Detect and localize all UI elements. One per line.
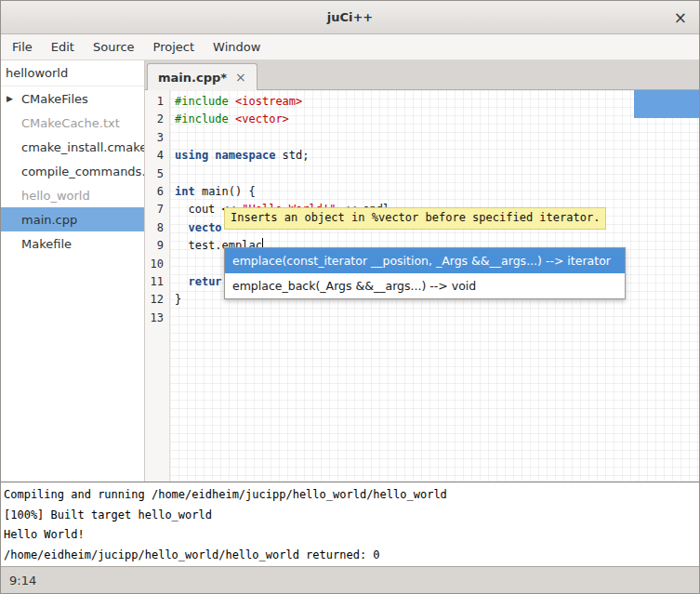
window-title: juCi++ bbox=[327, 10, 374, 24]
completion-item[interactable]: emplace_back(_Args &&__args...) --> void bbox=[225, 273, 625, 298]
line-number: 3 bbox=[145, 129, 164, 147]
code-line-6[interactable]: int main() { bbox=[175, 183, 699, 201]
code-segment: #include bbox=[175, 112, 229, 125]
code-segment bbox=[229, 95, 235, 108]
line-number: 10 bbox=[145, 256, 164, 273]
tree-item-label: Makefile bbox=[21, 237, 72, 251]
tree-item-label: hello_world bbox=[21, 189, 90, 203]
code-line-1[interactable]: #include <iostream> bbox=[175, 93, 699, 111]
tree-item-cmake-install-cmake[interactable]: cmake_install.cmake bbox=[1, 135, 144, 159]
main-area: helloworld ▶CMakeFilesCMakeCache.txtcmak… bbox=[1, 60, 699, 482]
tree-item-label: main.cpp bbox=[21, 213, 77, 227]
tree-item-cmakecache-txt[interactable]: CMakeCache.txt bbox=[1, 111, 144, 135]
output-line: Compiling and running /home/eidheim/juci… bbox=[4, 485, 699, 506]
line-number: 11 bbox=[145, 273, 164, 291]
tree-item-cmakefiles[interactable]: ▶CMakeFiles bbox=[1, 86, 144, 111]
code-segment bbox=[175, 275, 188, 288]
code-segment: retur bbox=[188, 275, 221, 288]
code-segment: #include bbox=[175, 95, 229, 108]
code-segment bbox=[175, 221, 188, 234]
completion-item[interactable]: emplace(const_iterator __position, _Args… bbox=[225, 248, 625, 273]
tab-main-cpp[interactable]: main.cpp*× bbox=[147, 63, 258, 90]
line-number: 5 bbox=[145, 165, 164, 183]
tree-item-hello-world[interactable]: hello_world bbox=[1, 183, 144, 207]
tree-item-label: CMakeCache.txt bbox=[21, 116, 120, 130]
menu-item-project[interactable]: Project bbox=[144, 34, 204, 59]
output-line: Hello World! bbox=[4, 525, 699, 546]
tree-item-makefile[interactable]: Makefile bbox=[1, 231, 144, 256]
code-segment: <vector> bbox=[235, 112, 289, 125]
tab-close-icon[interactable]: × bbox=[235, 71, 246, 84]
file-sidebar: helloworld ▶CMakeFilesCMakeCache.txtcmak… bbox=[1, 60, 145, 482]
line-number-gutter: 12345678910111213 bbox=[145, 90, 170, 482]
line-number: 9 bbox=[145, 237, 164, 255]
line-number: 2 bbox=[145, 111, 164, 128]
code-segment: std; bbox=[275, 149, 309, 162]
line-number: 8 bbox=[145, 219, 164, 237]
tab-bar: main.cpp*× bbox=[145, 60, 699, 90]
menu-bar: FileEditSourceProjectWindow bbox=[1, 34, 699, 60]
code-segment: int bbox=[175, 185, 195, 198]
tree-item-label: CMakeFiles bbox=[21, 92, 88, 106]
completion-popup: emplace(const_iterator __position, _Args… bbox=[224, 247, 626, 299]
line-number: 12 bbox=[145, 291, 164, 309]
tree-item-label: cmake_install.cmake bbox=[21, 140, 144, 154]
close-icon[interactable]: × bbox=[674, 9, 687, 25]
line-number: 7 bbox=[145, 201, 164, 218]
title-bar[interactable]: juCi++ × bbox=[1, 1, 699, 34]
scrollbar-thumb[interactable] bbox=[634, 90, 699, 118]
menu-item-file[interactable]: File bbox=[3, 34, 42, 59]
line-number: 1 bbox=[145, 93, 164, 111]
code-line-5[interactable] bbox=[175, 165, 699, 183]
tab-label: main.cpp* bbox=[158, 71, 227, 85]
code-segment: vecto bbox=[188, 221, 221, 234]
expander-icon[interactable]: ▶ bbox=[7, 94, 13, 103]
output-line: [100%] Built target hello_world bbox=[4, 506, 699, 526]
menu-item-window[interactable]: Window bbox=[204, 34, 270, 59]
file-tree: ▶CMakeFilesCMakeCache.txtcmake_install.c… bbox=[1, 86, 144, 482]
tree-item-main-cpp[interactable]: main.cpp bbox=[1, 207, 144, 231]
editor-pane: main.cpp*× 12345678910111213 #include <i… bbox=[145, 60, 699, 482]
cursor-position: 9:14 bbox=[9, 574, 36, 587]
app-window: juCi++ × FileEditSourceProjectWindow hel… bbox=[0, 0, 700, 594]
tree-item-compile-commands[interactable]: compile_commands. bbox=[1, 159, 144, 183]
code-line-4[interactable]: using namespace std; bbox=[175, 147, 699, 165]
code-segment bbox=[229, 112, 235, 125]
doc-tooltip: Inserts an object in %vector before spec… bbox=[224, 207, 606, 230]
menu-item-source[interactable]: Source bbox=[84, 34, 144, 59]
code-segment: main() { bbox=[195, 185, 256, 198]
project-root-label[interactable]: helloworld bbox=[1, 60, 144, 86]
code-segment: <iostream> bbox=[235, 95, 302, 108]
code-line-3[interactable] bbox=[175, 129, 699, 147]
line-number: 4 bbox=[145, 147, 164, 165]
line-number: 6 bbox=[145, 183, 164, 201]
tree-item-label: compile_commands. bbox=[21, 165, 144, 178]
code-segment: using namespace bbox=[175, 149, 275, 162]
line-number: 13 bbox=[145, 310, 164, 327]
status-bar: 9:14 bbox=[1, 566, 699, 593]
editor-area[interactable]: 12345678910111213 #include <iostream>#in… bbox=[145, 90, 699, 482]
output-panel: Compiling and running /home/eidheim/juci… bbox=[1, 482, 699, 566]
output-line: /home/eidheim/jucipp/hello_world/hello_w… bbox=[4, 546, 699, 566]
code-segment: } bbox=[175, 293, 181, 306]
code-line-2[interactable]: #include <vector> bbox=[175, 111, 699, 128]
code-line-13[interactable] bbox=[175, 310, 699, 327]
menu-item-edit[interactable]: Edit bbox=[42, 34, 84, 59]
